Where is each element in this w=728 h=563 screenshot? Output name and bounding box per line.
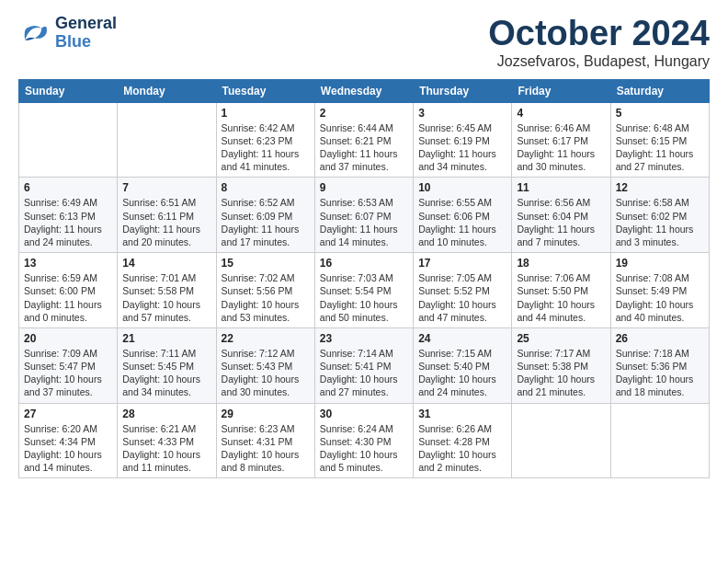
calendar-cell: 3 Sunrise: 6:45 AMSunset: 6:19 PMDayligh… — [414, 102, 512, 178]
day-info: Sunrise: 7:05 AMSunset: 5:52 PMDaylight:… — [418, 271, 506, 324]
calendar-cell: 28 Sunrise: 6:21 AMSunset: 4:33 PMDaylig… — [118, 403, 216, 478]
day-number: 5 — [616, 107, 704, 120]
day-number: 8 — [222, 181, 310, 194]
day-number: 13 — [24, 257, 112, 270]
day-info: Sunrise: 6:51 AMSunset: 6:11 PMDaylight:… — [122, 196, 210, 248]
day-info: Sunrise: 6:52 AMSunset: 6:09 PMDaylight:… — [222, 196, 310, 248]
day-info: Sunrise: 7:17 AMSunset: 5:38 PMDaylight:… — [517, 347, 605, 399]
col-sunday: Sunday — [19, 79, 118, 102]
title-section: October 2024 Jozsefvaros, Budapest, Hung… — [488, 15, 710, 70]
day-info: Sunrise: 7:12 AMSunset: 5:43 PMDaylight:… — [222, 347, 310, 399]
calendar-cell: 19 Sunrise: 7:08 AMSunset: 5:49 PMDaylig… — [610, 253, 709, 328]
day-info: Sunrise: 6:20 AMSunset: 4:34 PMDaylight:… — [24, 422, 112, 475]
day-info: Sunrise: 7:11 AMSunset: 5:45 PMDaylight:… — [122, 347, 210, 399]
day-number: 28 — [122, 408, 210, 420]
calendar-cell: 12 Sunrise: 6:58 AMSunset: 6:02 PMDaylig… — [610, 178, 709, 253]
day-number: 9 — [320, 181, 408, 194]
day-info: Sunrise: 6:26 AMSunset: 4:28 PMDaylight:… — [418, 422, 506, 475]
calendar-cell: 17 Sunrise: 7:05 AMSunset: 5:52 PMDaylig… — [414, 253, 512, 328]
day-number: 7 — [122, 181, 210, 194]
calendar-cell: 7 Sunrise: 6:51 AMSunset: 6:11 PMDayligh… — [118, 178, 216, 253]
calendar-cell: 22 Sunrise: 7:12 AMSunset: 5:43 PMDaylig… — [216, 327, 314, 403]
calendar-week-row: 13 Sunrise: 6:59 AMSunset: 6:00 PMDaylig… — [19, 253, 710, 328]
day-number: 15 — [222, 257, 310, 270]
day-number: 11 — [517, 181, 605, 194]
day-number: 29 — [222, 408, 310, 420]
day-info: Sunrise: 7:14 AMSunset: 5:41 PMDaylight:… — [320, 347, 408, 399]
day-number: 27 — [24, 408, 112, 420]
calendar-cell: 30 Sunrise: 6:24 AMSunset: 4:30 PMDaylig… — [314, 403, 413, 478]
logo: General Blue — [18, 15, 117, 52]
logo-general-text: General — [55, 15, 117, 33]
day-number: 22 — [222, 332, 310, 345]
page-header: General Blue October 2024 Jozsefvaros, B… — [18, 15, 710, 70]
day-info: Sunrise: 7:02 AMSunset: 5:56 PMDaylight:… — [222, 271, 310, 324]
calendar-cell — [118, 102, 216, 178]
day-info: Sunrise: 6:46 AMSunset: 6:17 PMDaylight:… — [517, 121, 605, 174]
day-number: 2 — [320, 107, 408, 120]
calendar-cell: 18 Sunrise: 7:06 AMSunset: 5:50 PMDaylig… — [512, 253, 610, 328]
calendar-cell: 2 Sunrise: 6:44 AMSunset: 6:21 PMDayligh… — [314, 102, 413, 178]
calendar-cell: 25 Sunrise: 7:17 AMSunset: 5:38 PMDaylig… — [512, 327, 610, 403]
calendar-cell: 13 Sunrise: 6:59 AMSunset: 6:00 PMDaylig… — [19, 253, 118, 328]
calendar-cell — [19, 102, 118, 178]
calendar-week-row: 6 Sunrise: 6:49 AMSunset: 6:13 PMDayligh… — [19, 178, 710, 253]
day-info: Sunrise: 7:06 AMSunset: 5:50 PMDaylight:… — [517, 271, 605, 324]
calendar-cell: 23 Sunrise: 7:14 AMSunset: 5:41 PMDaylig… — [314, 327, 413, 403]
day-info: Sunrise: 6:48 AMSunset: 6:15 PMDaylight:… — [616, 121, 704, 174]
day-info: Sunrise: 7:03 AMSunset: 5:54 PMDaylight:… — [320, 271, 408, 324]
calendar-week-row: 20 Sunrise: 7:09 AMSunset: 5:47 PMDaylig… — [19, 327, 710, 403]
col-wednesday: Wednesday — [314, 79, 413, 102]
month-title: October 2024 — [488, 15, 710, 53]
calendar-week-row: 27 Sunrise: 6:20 AMSunset: 4:34 PMDaylig… — [19, 403, 710, 478]
logo-name: General Blue — [55, 15, 117, 52]
calendar-page: General Blue October 2024 Jozsefvaros, B… — [0, 0, 728, 563]
calendar-cell: 27 Sunrise: 6:20 AMSunset: 4:34 PMDaylig… — [19, 403, 118, 478]
calendar-cell: 14 Sunrise: 7:01 AMSunset: 5:58 PMDaylig… — [118, 253, 216, 328]
day-number: 1 — [222, 107, 310, 120]
calendar-cell: 10 Sunrise: 6:55 AMSunset: 6:06 PMDaylig… — [414, 178, 512, 253]
day-number: 26 — [616, 332, 704, 345]
calendar-cell: 1 Sunrise: 6:42 AMSunset: 6:23 PMDayligh… — [216, 102, 314, 178]
location-label: Jozsefvaros, Budapest, Hungary — [488, 53, 710, 70]
day-number: 4 — [517, 107, 605, 120]
calendar-cell: 8 Sunrise: 6:52 AMSunset: 6:09 PMDayligh… — [216, 178, 314, 253]
calendar-cell: 15 Sunrise: 7:02 AMSunset: 5:56 PMDaylig… — [216, 253, 314, 328]
day-number: 12 — [616, 181, 704, 194]
calendar-week-row: 1 Sunrise: 6:42 AMSunset: 6:23 PMDayligh… — [19, 102, 710, 178]
col-thursday: Thursday — [414, 79, 512, 102]
day-number: 16 — [320, 257, 408, 270]
day-number: 6 — [24, 181, 112, 194]
day-info: Sunrise: 6:59 AMSunset: 6:00 PMDaylight:… — [24, 271, 112, 324]
day-info: Sunrise: 6:21 AMSunset: 4:33 PMDaylight:… — [122, 422, 210, 475]
calendar-header-row: Sunday Monday Tuesday Wednesday Thursday… — [19, 79, 710, 102]
day-info: Sunrise: 7:18 AMSunset: 5:36 PMDaylight:… — [616, 347, 704, 399]
day-info: Sunrise: 6:44 AMSunset: 6:21 PMDaylight:… — [320, 121, 408, 174]
day-info: Sunrise: 6:23 AMSunset: 4:31 PMDaylight:… — [222, 422, 310, 475]
col-friday: Friday — [512, 79, 610, 102]
day-number: 10 — [418, 181, 506, 194]
calendar-cell: 9 Sunrise: 6:53 AMSunset: 6:07 PMDayligh… — [314, 178, 413, 253]
day-info: Sunrise: 7:09 AMSunset: 5:47 PMDaylight:… — [24, 347, 112, 399]
day-info: Sunrise: 6:24 AMSunset: 4:30 PMDaylight:… — [320, 422, 408, 475]
calendar-cell — [512, 403, 610, 478]
day-number: 31 — [418, 408, 506, 420]
calendar-cell: 31 Sunrise: 6:26 AMSunset: 4:28 PMDaylig… — [414, 403, 512, 478]
col-tuesday: Tuesday — [216, 79, 314, 102]
day-info: Sunrise: 6:53 AMSunset: 6:07 PMDaylight:… — [320, 196, 408, 248]
calendar-cell: 26 Sunrise: 7:18 AMSunset: 5:36 PMDaylig… — [610, 327, 709, 403]
logo-blue-text: Blue — [55, 33, 117, 52]
day-number: 23 — [320, 332, 408, 345]
calendar-cell: 5 Sunrise: 6:48 AMSunset: 6:15 PMDayligh… — [610, 102, 709, 178]
col-saturday: Saturday — [610, 79, 709, 102]
calendar-table: Sunday Monday Tuesday Wednesday Thursday… — [18, 79, 710, 478]
calendar-cell: 4 Sunrise: 6:46 AMSunset: 6:17 PMDayligh… — [512, 102, 610, 178]
day-number: 21 — [122, 332, 210, 345]
calendar-cell: 24 Sunrise: 7:15 AMSunset: 5:40 PMDaylig… — [414, 327, 512, 403]
day-info: Sunrise: 7:15 AMSunset: 5:40 PMDaylight:… — [418, 347, 506, 399]
day-info: Sunrise: 7:01 AMSunset: 5:58 PMDaylight:… — [122, 271, 210, 324]
calendar-cell: 6 Sunrise: 6:49 AMSunset: 6:13 PMDayligh… — [19, 178, 118, 253]
day-info: Sunrise: 6:45 AMSunset: 6:19 PMDaylight:… — [418, 121, 506, 174]
day-number: 3 — [418, 107, 506, 120]
day-number: 14 — [122, 257, 210, 270]
